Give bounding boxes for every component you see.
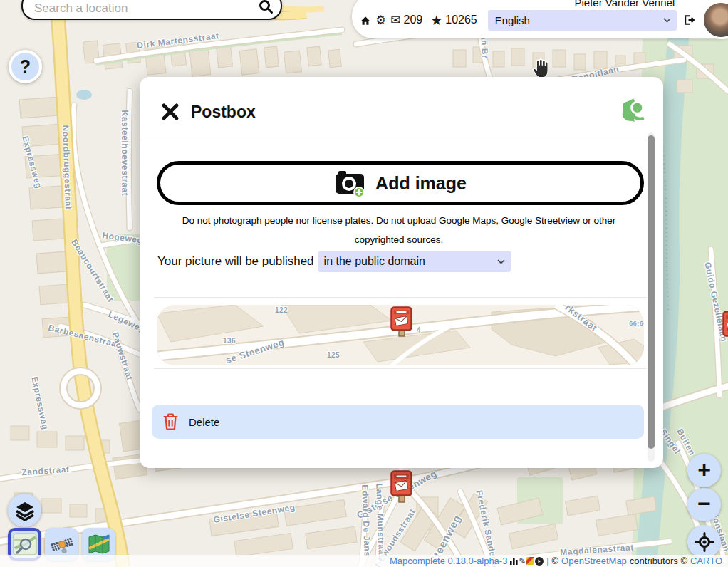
language-value: English xyxy=(495,14,663,26)
zoom-in-button[interactable]: + xyxy=(687,454,721,487)
feature-popup: Postbox Add image Do not photograph peop… xyxy=(140,77,663,468)
search-icon[interactable] xyxy=(258,0,274,17)
postbox-marker[interactable] xyxy=(390,470,412,507)
trash-icon xyxy=(163,413,178,430)
avatar[interactable] xyxy=(702,1,728,39)
delete-label: Delete xyxy=(189,416,219,428)
feature-minimap[interactable]: 122136se Steenweg1254rkstraat66;66 xyxy=(157,305,644,365)
popup-title: Postbox xyxy=(191,103,256,122)
layers-button[interactable] xyxy=(8,494,41,527)
license-select[interactable]: in the public domain xyxy=(318,251,511,272)
satellite-icon xyxy=(50,532,74,556)
postbox-marker-edge[interactable] xyxy=(722,311,728,348)
star-count: 10265 xyxy=(445,14,477,26)
scrollbar-thumb[interactable] xyxy=(648,135,655,449)
search-input[interactable] xyxy=(23,0,258,17)
messages-item[interactable]: ✉ 209 xyxy=(390,14,422,26)
username[interactable]: Pieter Vander Vennet xyxy=(575,0,676,9)
chevron-down-icon xyxy=(663,18,671,23)
logout-icon[interactable] xyxy=(682,14,695,26)
license-prefix: Your picture will be published xyxy=(157,254,314,269)
delete-button[interactable]: Delete xyxy=(152,405,644,439)
zoom-out-button[interactable]: − xyxy=(687,488,721,521)
image-disclaimer: Do not photograph people nor license pla… xyxy=(164,211,634,249)
license-row: Your picture will be published in the pu… xyxy=(157,251,511,272)
osm-link[interactable]: OpenStreetMap xyxy=(561,556,627,566)
statistics-icon xyxy=(510,557,518,565)
message-count: 209 xyxy=(404,14,423,26)
envelope-icon: ✉ xyxy=(390,14,400,26)
mangrove-logo-icon[interactable] xyxy=(619,95,646,128)
zoom-in-label: + xyxy=(697,458,711,481)
language-select[interactable]: English xyxy=(488,10,677,31)
changesets-item[interactable]: ★ 10265 xyxy=(430,14,477,27)
camera-plus-icon xyxy=(334,169,365,197)
popup-header: Postbox xyxy=(140,77,663,140)
help-button[interactable]: ? xyxy=(9,50,42,83)
help-label: ? xyxy=(20,56,31,77)
add-image-button[interactable]: Add image xyxy=(157,161,644,205)
add-image-label: Add image xyxy=(375,173,467,194)
world-map-icon xyxy=(87,533,111,556)
osm-map-icon xyxy=(13,533,37,556)
attribution-contributors: contributors © xyxy=(630,556,687,566)
gear-icon[interactable]: ⚙ xyxy=(375,14,386,26)
zoom-out-label: − xyxy=(697,492,711,515)
divider xyxy=(154,297,647,298)
carto-link[interactable]: CARTO xyxy=(690,556,722,566)
chevron-down-icon xyxy=(497,259,505,264)
mapillary-circle-icon xyxy=(535,557,544,566)
attribution-icons[interactable]: ✎ xyxy=(510,556,544,566)
attribution-divider: | © xyxy=(546,556,558,566)
minimap-postbox-marker xyxy=(390,306,412,342)
geolocate-button[interactable] xyxy=(687,525,721,558)
home-icon[interactable] xyxy=(360,15,371,26)
close-icon[interactable] xyxy=(161,103,180,121)
divider xyxy=(154,368,647,369)
mapcomplete-version-link[interactable]: Mapcomplete 0.18.0-alpha-3 xyxy=(390,556,508,566)
geolocate-icon xyxy=(695,532,714,552)
pencil-icon: ✎ xyxy=(519,556,526,566)
layers-icon xyxy=(15,501,35,521)
star-icon: ★ xyxy=(430,14,442,27)
search-bar[interactable] xyxy=(21,0,282,20)
josm-icon xyxy=(526,557,534,565)
attribution-bar: Mapcomplete 0.18.0-alpha-3 ✎ | © OpenStr… xyxy=(0,555,728,567)
license-value: in the public domain xyxy=(324,255,497,268)
map-pond xyxy=(76,90,92,100)
